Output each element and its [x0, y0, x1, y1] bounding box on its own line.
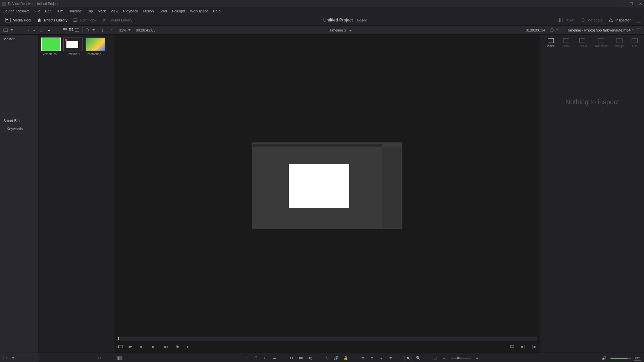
keyframe-icon[interactable]: ◆ — [174, 344, 180, 350]
mixer-toggle[interactable]: Mixer — [555, 16, 577, 24]
chevron-down-icon[interactable] — [388, 355, 394, 361]
maximize-button[interactable]: ☐ — [630, 2, 633, 6]
chevron-down-icon[interactable] — [369, 355, 375, 361]
prev-edit-icon[interactable]: |◀ — [531, 344, 537, 350]
chevron-down-icon[interactable] — [9, 27, 15, 33]
search-icon[interactable] — [85, 27, 91, 33]
list-view-icon[interactable] — [74, 27, 80, 33]
blade-tool-icon[interactable] — [272, 355, 278, 361]
dynamic-trim-icon[interactable]: ⟨⟩ — [262, 355, 268, 361]
chevron-down-icon[interactable] — [91, 27, 97, 33]
next-keyframe-icon[interactable]: ▸ — [185, 344, 191, 350]
grid-view-icon[interactable] — [68, 27, 74, 33]
close-button[interactable]: ✕ — [639, 2, 642, 6]
divider — [563, 27, 563, 33]
chevron-down-icon[interactable] — [10, 355, 16, 361]
menu-fairlight[interactable]: Fairlight — [172, 9, 185, 13]
expand-inspector-icon[interactable] — [637, 28, 641, 32]
menu-view[interactable]: View — [110, 9, 118, 13]
thumb-view-icon[interactable] — [62, 27, 68, 33]
zoom-slider[interactable] — [451, 358, 471, 359]
pool-view-icon[interactable] — [3, 27, 9, 33]
search-box-icon[interactable]: 🔍 — [405, 356, 412, 361]
search-icon[interactable] — [97, 355, 103, 361]
more-icon[interactable]: ⋯ — [106, 355, 112, 361]
insert-icon[interactable] — [288, 355, 294, 361]
match-frame-icon[interactable] — [509, 344, 515, 350]
sort-icon[interactable] — [101, 27, 107, 33]
sound-library-toggle[interactable]: Sound Library — [99, 16, 135, 24]
menu-color[interactable]: Color — [159, 9, 167, 13]
keywords-bin[interactable]: Keywords — [0, 125, 38, 133]
lock-icon[interactable]: 🔒 — [343, 355, 349, 361]
smart-bins-header[interactable]: Smart Bins — [0, 117, 38, 125]
clip-label: Timeline 1 — [63, 52, 83, 56]
panel-view-icon[interactable] — [2, 355, 8, 361]
chevron-down-icon[interactable] — [128, 344, 134, 350]
volume-icon[interactable]: 🔊 — [601, 355, 607, 361]
next-edit-icon[interactable]: ▶| — [520, 344, 526, 350]
zoom-percent[interactable]: 31% — [119, 28, 126, 32]
menu-fusion[interactable]: Fusion — [143, 9, 154, 13]
menu-timeline[interactable]: Timeline — [68, 9, 82, 13]
nav-fwd-icon[interactable]: › — [25, 27, 31, 33]
expand-icon[interactable] — [636, 18, 641, 22]
master-bin[interactable]: Master — [0, 35, 38, 43]
menu-app[interactable]: DaVinci Resolve — [3, 9, 30, 13]
scrub-bar[interactable] — [117, 337, 537, 341]
timeline-name[interactable]: Timeline 1 — [329, 28, 346, 32]
clip-thumb[interactable]: Timeline 1 — [63, 38, 83, 56]
inspector-tab-effects[interactable]: Effects — [578, 38, 587, 48]
bypass-icon[interactable] — [549, 27, 555, 33]
file-icon — [632, 38, 638, 43]
more-icon[interactable]: ⋯ — [555, 27, 561, 33]
edit-index-toggle[interactable]: Edit Index — [70, 16, 99, 24]
record-dot-icon[interactable]: ● — [31, 27, 37, 33]
minimize-button[interactable]: — — [620, 2, 624, 6]
timeline-view-icon[interactable] — [117, 355, 123, 361]
zoom-out-icon[interactable]: − — [441, 355, 447, 361]
zoom-full-icon[interactable]: ⊡ — [432, 355, 438, 361]
chevron-down-icon[interactable] — [126, 27, 132, 33]
menu-clip[interactable]: Clip — [87, 9, 93, 13]
zoom-icon[interactable]: 🔍 — [415, 355, 421, 361]
inspector-tab-transition[interactable]: Transition — [594, 38, 607, 48]
clip-thumb[interactable]: y2mate.co... — [41, 38, 61, 56]
link-icon[interactable]: 🔗 — [333, 355, 339, 361]
menu-file[interactable]: File — [35, 9, 41, 13]
inspector-tab-image[interactable]: Image — [615, 38, 624, 48]
menu-playback[interactable]: Playback — [123, 9, 138, 13]
svg-rect-31 — [255, 357, 257, 360]
nav-back-icon[interactable]: ‹ — [19, 27, 25, 33]
flag-icon[interactable]: ⚑ — [360, 355, 366, 361]
zoom-in-icon[interactable]: + — [474, 355, 480, 361]
media-pool-toggle[interactable]: Media Pool — [3, 16, 34, 24]
snap-icon[interactable]: ⊙ — [324, 355, 330, 361]
menu-edit[interactable]: Edit — [45, 9, 51, 13]
options-icon[interactable]: … — [37, 27, 43, 33]
trim-tool-icon[interactable] — [253, 355, 259, 361]
replace-icon[interactable] — [307, 355, 313, 361]
volume-slider[interactable] — [610, 358, 631, 359]
inspector-tab-file[interactable]: File — [632, 38, 638, 48]
viewer-mode-icon[interactable] — [117, 344, 123, 350]
viewer-frame[interactable] — [252, 142, 402, 229]
more-icon[interactable]: ⋯ — [107, 27, 113, 33]
marker-icon[interactable]: ● — [378, 355, 384, 361]
inspector-toggle[interactable]: Inspector — [605, 16, 633, 24]
prev-keyframe-icon[interactable]: ◂ — [164, 344, 170, 350]
metadata-toggle[interactable]: Metadata — [577, 16, 605, 24]
inspector-tab-video[interactable]: Video — [547, 38, 554, 48]
menu-mark[interactable]: Mark — [98, 9, 106, 13]
menu-trim[interactable]: Trim — [56, 9, 63, 13]
overwrite-icon[interactable] — [298, 355, 304, 361]
menu-help[interactable]: Help — [213, 9, 221, 13]
effects-library-toggle[interactable]: Effects Library — [34, 16, 70, 24]
more-icon[interactable]: ⋯ — [631, 27, 637, 33]
selection-tool-icon[interactable]: ↖ — [244, 355, 250, 361]
menu-workspace[interactable]: Workspace — [190, 9, 208, 13]
chevron-down-icon[interactable] — [349, 30, 352, 32]
dim-button[interactable]: DIM — [634, 356, 641, 361]
clip-thumb[interactable]: Photoshop... — [86, 38, 105, 56]
inspector-tab-audio[interactable]: Audio — [562, 38, 570, 48]
